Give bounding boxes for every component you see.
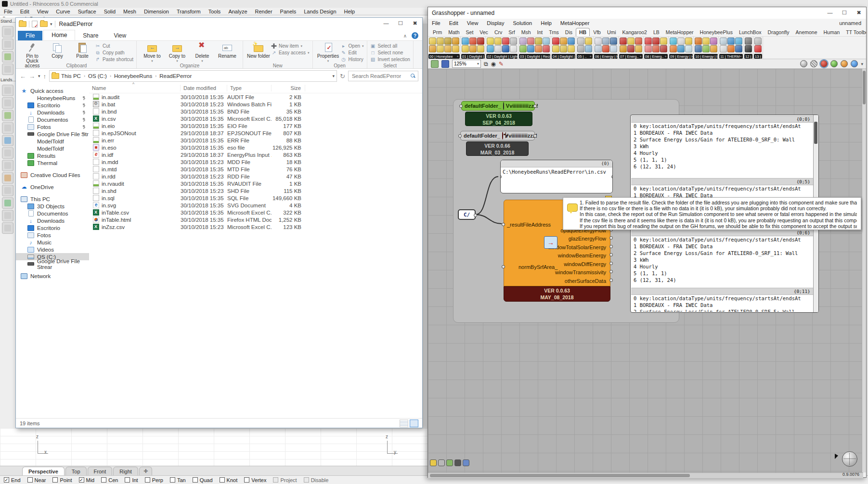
close-button[interactable]: ✖ [853,8,865,17]
sidebar-item-videos[interactable]: Videos [16,246,89,253]
tab-home[interactable]: Home [43,30,75,40]
canvas-hscrollbar[interactable] [428,472,863,478]
checkbox[interactable] [304,477,309,483]
details-view-icon[interactable] [410,420,418,427]
component-icon[interactable] [660,45,667,52]
qat-dropdown-icon[interactable]: ▾ [50,22,52,26]
osnap-knot[interactable]: Knot [220,477,238,483]
component-icon[interactable] [510,45,517,52]
menu-item-solid[interactable]: Solid [104,9,116,14]
tab-umi[interactable]: Umi [604,28,619,36]
output-port[interactable] [609,279,613,282]
sidebar-item-modeltoldf[interactable]: ModelToldf [16,145,89,152]
breadcrumb-item-this-pc[interactable]: This PC [61,73,81,79]
viewport-tab-front[interactable]: Front [88,467,113,475]
component-icon[interactable] [710,45,717,52]
tab-honeybeeplus[interactable]: HoneybeePlus [697,28,736,36]
sidebar-item-google-drive-file-str[interactable]: Google Drive File Str [16,130,89,138]
toolbar-button[interactable] [2,160,13,171]
checkbox[interactable] [27,477,33,483]
toolbar-button[interactable] [2,51,13,63]
toolbar-button[interactable] [2,97,13,109]
tab-metahopper[interactable]: MetaHopper [663,28,697,36]
add-viewport-tab[interactable]: ✚ [139,467,152,475]
component-icon[interactable] [727,45,735,52]
osnap-end[interactable]: ✓End [4,477,21,483]
grasshopper-titlebar[interactable]: Grasshopper - unnamed — ☐ ✖ [428,7,866,19]
toolbar-button[interactable] [2,147,13,159]
component-icon[interactable] [635,45,642,52]
camera-icon[interactable] [454,459,461,466]
no-preview-sphere-icon[interactable] [810,60,817,67]
menu-item-help[interactable]: Help [541,20,552,26]
table-row[interactable]: in.svg30/10/2018 15:35SVG Document4 KB [89,202,422,209]
table-row[interactable]: in.err30/10/2018 15:35ERR File88 KB [89,137,422,144]
sidebar-item-creative-cloud-files[interactable]: Creative Cloud Files [16,171,89,178]
profiler-icon[interactable] [446,459,453,466]
checkbox[interactable] [125,477,130,483]
toolbar-button[interactable] [2,185,13,196]
canvas-compass-widget[interactable] [842,451,857,467]
component-icon[interactable] [487,38,494,45]
sidebar-item-network[interactable]: Network [16,272,89,280]
file-path-panel[interactable]: {0} C:\HoneybeeRuns\ReadEPerror\in.csv [500,160,613,193]
component-icon[interactable] [527,38,534,45]
component-icon[interactable] [527,45,534,52]
file-path-parameter[interactable]: C/ [458,209,476,220]
up-icon[interactable]: ↑ [43,73,47,80]
column-header-date-modified[interactable]: Date modified [181,85,227,91]
component-icon[interactable] [577,45,584,52]
minimize-button[interactable]: — [824,8,836,17]
sidebar-item-thermal[interactable]: Thermal [16,159,89,166]
tab-set[interactable]: Set [463,28,477,36]
tab-prm[interactable]: Prm [430,28,445,36]
component-icon[interactable] [560,45,567,52]
sidebar-item-onedrive[interactable]: ☁OneDrive [16,183,89,191]
blue-gem-icon[interactable] [851,60,858,67]
edit-button[interactable]: ✎Edit [341,50,364,56]
component-icon[interactable] [494,45,502,52]
component-icon[interactable] [487,45,494,52]
toolbar-button[interactable] [2,222,13,234]
component-icon[interactable] [627,45,635,52]
breadcrumb-item-os-c-[interactable]: OS (C:) [88,73,107,79]
component-icon[interactable] [745,45,752,52]
open-file-icon[interactable] [431,60,439,68]
osnap-cen[interactable]: Cen [101,477,118,483]
osnap-tan[interactable]: Tan [170,477,186,483]
osnap-int[interactable]: Int [125,477,138,483]
menu-item-dimension[interactable]: Dimension [144,9,169,14]
component-icon[interactable] [652,38,660,45]
component-icon[interactable] [543,38,550,45]
osnap-project[interactable]: Project [273,477,297,483]
sidebar-item-music[interactable]: ♪Music [16,239,89,246]
honeybee-fly-component[interactable]: defaultFolder_ Vviiiiiiiiiiizzz! [461,101,535,111]
maximize-button[interactable]: ☐ [393,18,408,28]
copy-button[interactable]: Copy [45,42,70,59]
component-icon[interactable] [552,45,559,52]
component-icon[interactable] [685,45,692,52]
properties-icon[interactable] [32,21,38,27]
sidebar-item-escritorio[interactable]: Escritorio [16,224,89,231]
new-item-button[interactable]: ➕New item▾ [271,43,310,49]
sidebar-item-downloads[interactable]: ↓Downloads [16,217,89,224]
osnap-point[interactable]: Point [52,477,72,483]
column-header-name[interactable]: Name [89,85,181,91]
table-row[interactable]: inTable.csv30/10/2018 15:35Microsoft Exc… [89,209,422,216]
osnap-near[interactable]: Near [27,477,46,483]
component-icon[interactable] [670,38,677,45]
tab-tt-toolbox[interactable]: TT Toolbox [843,28,866,36]
sketch-tools-icon[interactable] [430,459,437,466]
component-icon[interactable] [535,45,542,52]
viewport-tab-perspective[interactable]: Perspective [22,467,65,475]
paste-shortcut-button[interactable]: ↱Paste shortcut [95,56,133,63]
component-icon[interactable] [568,38,575,45]
component-icon[interactable] [477,45,484,52]
menu-item-metahopper[interactable]: MetaHopper [560,20,590,26]
breadcrumb-item-readeperror[interactable]: ReadEPerror [159,73,192,79]
save-file-icon[interactable] [441,60,449,68]
component-icon[interactable] [462,38,469,45]
component-icon[interactable] [510,38,517,45]
checkbox[interactable]: ✓ [4,477,9,483]
move-to-button[interactable]: Move to▾ [140,42,165,64]
